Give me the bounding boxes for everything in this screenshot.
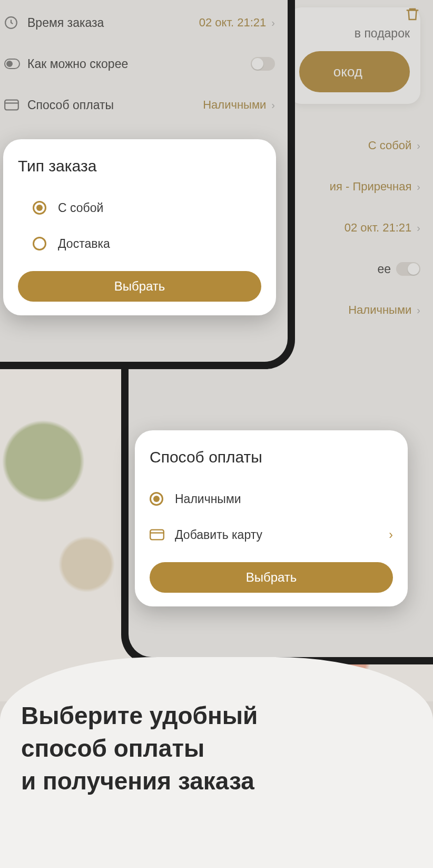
row-order-time[interactable]: Время заказа 02 окт. 21:21 ›	[4, 2, 275, 43]
asap-toggle[interactable]	[251, 57, 275, 71]
row-asap[interactable]: Как можно скорее	[4, 43, 275, 84]
delete-icon[interactable]	[405, 6, 420, 22]
dialog-order-type-title: Тип заказа	[18, 157, 261, 175]
select-button-label: Выбрать	[114, 279, 165, 294]
row-payment-value: Наличными	[203, 98, 266, 112]
dialog-payment-method: Способ оплаты Наличными Добавить карту ›…	[135, 430, 408, 606]
promo-button-label: окод	[333, 64, 362, 80]
option-cash[interactable]: Наличными	[150, 481, 393, 517]
row-order-time-label: Время заказа	[27, 16, 199, 30]
dialog-order-type: Тип заказа С собой Доставка Выбрать	[3, 139, 276, 315]
radio-icon	[150, 492, 163, 506]
caption-heading: Выберите удобный способ оплаты и получен…	[21, 699, 412, 797]
option-cash-label: Наличными	[175, 492, 241, 506]
select-button[interactable]: Выбрать	[18, 271, 261, 302]
row-payment-label: Способ оплаты	[27, 98, 203, 112]
option-delivery[interactable]: Доставка	[18, 226, 261, 262]
clock-icon	[4, 16, 27, 30]
option-add-card[interactable]: Добавить карту ›	[150, 517, 393, 553]
row-payment-value: Наличными	[348, 303, 411, 317]
select-button[interactable]: Выбрать	[150, 562, 393, 593]
row-order-time-value: 02 окт. 21:21	[199, 16, 267, 30]
radio-icon	[33, 201, 46, 215]
row-order-time-value: 02 окт. 21:21	[345, 221, 412, 235]
caption-area: Выберите удобный способ оплаты и получен…	[0, 657, 433, 868]
row-order-type-value: С собой	[368, 139, 412, 152]
row-asap-label: Как можно скорее	[27, 57, 251, 71]
chevron-right-icon: ›	[389, 528, 393, 542]
svg-point-6	[7, 61, 12, 66]
promo-text: в подарок	[299, 26, 410, 41]
chevron-right-icon: ›	[417, 140, 420, 152]
toggle-icon	[4, 59, 27, 69]
chevron-right-icon: ›	[271, 99, 275, 111]
promo-card: в подарок окод	[289, 7, 420, 104]
chevron-right-icon: ›	[417, 304, 420, 316]
radio-icon	[33, 237, 46, 250]
chevron-right-icon: ›	[271, 17, 275, 29]
row-address-value: ия - Приречная	[330, 180, 412, 194]
option-delivery-label: Доставка	[58, 237, 110, 251]
card-icon	[4, 99, 27, 111]
row-payment-method[interactable]: Способ оплаты Наличными ›	[4, 84, 275, 126]
option-add-card-label: Добавить карту	[175, 528, 389, 542]
asap-toggle[interactable]	[396, 262, 420, 276]
option-takeaway-label: С собой	[58, 201, 103, 215]
select-button-label: Выбрать	[246, 570, 297, 585]
option-takeaway[interactable]: С собой	[18, 190, 261, 226]
chevron-right-icon: ›	[417, 222, 420, 234]
card-icon	[150, 529, 175, 541]
promo-button[interactable]: окод	[299, 51, 410, 92]
svg-rect-7	[5, 100, 18, 110]
dialog-payment-title: Способ оплаты	[150, 448, 393, 466]
svg-rect-2	[150, 530, 164, 540]
chevron-right-icon: ›	[417, 181, 420, 193]
